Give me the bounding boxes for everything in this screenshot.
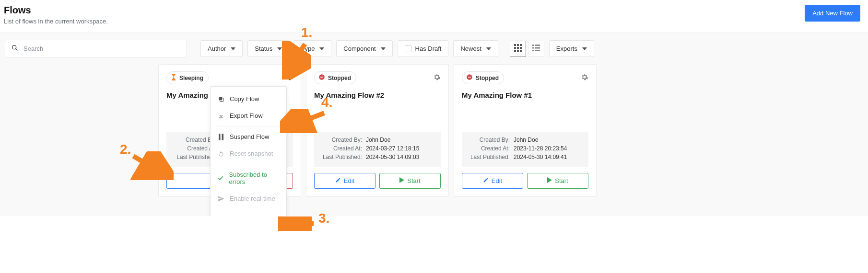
svg-rect-2: [514, 44, 516, 46]
status-badge-stopped: Stopped: [462, 71, 504, 84]
menu-export-flow[interactable]: Export Flow: [211, 107, 286, 124]
stop-icon: [318, 74, 325, 82]
action-button-clipped[interactable]: [286, 173, 293, 189]
svg-point-0: [12, 46, 16, 49]
svg-rect-18: [320, 77, 323, 78]
svg-rect-10: [520, 50, 522, 52]
chevron-down-icon: [582, 47, 587, 50]
stop-icon: [466, 74, 473, 82]
gear-icon[interactable]: [433, 73, 441, 82]
checkbox-icon: [405, 46, 411, 52]
flow-cards-grid: Sleeping My Amazing Flow Created By Crea…: [0, 64, 868, 216]
check-icon: [217, 175, 224, 182]
menu-enable-realtime: Enable real-time: [211, 190, 286, 207]
chevron-down-icon: [319, 47, 324, 50]
pencil-icon: [335, 177, 341, 184]
view-list-button[interactable]: [528, 41, 544, 57]
svg-rect-8: [514, 50, 516, 52]
flow-meta: Created By:John Doe Created At:2023-11-2…: [462, 132, 588, 167]
page-title: Flows: [4, 5, 108, 16]
filter-has-draft[interactable]: Has Draft: [398, 40, 449, 57]
edit-button[interactable]: Edit: [314, 173, 375, 189]
meta-label: Created By:: [468, 136, 514, 143]
edit-button[interactable]: Edit: [462, 173, 523, 189]
svg-rect-4: [520, 44, 522, 46]
meta-label: Created At:: [468, 145, 514, 152]
svg-rect-20: [468, 77, 471, 78]
chevron-down-icon: [277, 47, 282, 50]
grid-icon: [514, 44, 522, 53]
toolbar: Author Status Type Component Has Draft N…: [0, 33, 868, 64]
menu-flow-queues[interactable]: Flow Queues: [211, 211, 286, 216]
search-input[interactable]: [23, 45, 181, 52]
status-badge-sleeping: Sleeping: [166, 71, 209, 84]
meta-value: John Doe: [366, 136, 390, 143]
svg-line-1: [16, 49, 17, 50]
svg-rect-13: [532, 47, 534, 49]
menu-copy-flow[interactable]: Copy Flow: [211, 91, 286, 107]
svg-rect-6: [517, 47, 519, 49]
start-button[interactable]: Start: [379, 173, 441, 189]
gear-icon[interactable]: [581, 73, 588, 82]
svg-rect-7: [520, 47, 522, 49]
svg-rect-11: [532, 45, 534, 46]
flow-title: My Amazing Flow #1: [462, 91, 588, 99]
filter-status[interactable]: Status: [247, 40, 289, 57]
meta-label: Last Published:: [320, 154, 366, 160]
svg-rect-15: [532, 50, 534, 51]
meta-label: Last Published:: [468, 154, 514, 160]
menu-suspend-flow[interactable]: Suspend Flow: [211, 128, 286, 145]
meta-value: John Doe: [514, 136, 538, 143]
view-grid-button[interactable]: [510, 41, 526, 57]
meta-value: 2024-05-30 14:09:03: [366, 154, 419, 160]
play-icon: [399, 177, 404, 184]
page-subtitle: List of flows in the current workspace.: [4, 18, 108, 25]
menu-subscribed-errors[interactable]: Subscribed to errors: [211, 166, 286, 190]
meta-label: Created At:: [320, 145, 366, 152]
pencil-icon: [483, 177, 489, 184]
flow-meta: Created By:John Doe Created At:2024-03-2…: [314, 132, 441, 167]
meta-value: 2023-11-28 20:23:54: [514, 145, 567, 152]
menu-reset-snapshot: Reset snapshot: [211, 145, 286, 162]
svg-rect-9: [517, 50, 519, 52]
svg-rect-16: [535, 50, 540, 51]
meta-value: 2024-03-27 12:18:15: [366, 145, 419, 152]
refresh-icon: [217, 150, 225, 157]
svg-rect-5: [514, 47, 516, 49]
add-new-flow-button[interactable]: Add New Flow: [805, 5, 860, 22]
search-icon: [11, 44, 19, 53]
svg-rect-12: [535, 45, 540, 46]
chevron-down-icon: [486, 47, 491, 50]
search-box[interactable]: [5, 40, 187, 57]
gear-icon[interactable]: [285, 73, 293, 82]
sort-newest[interactable]: Newest: [453, 40, 498, 57]
svg-rect-23: [219, 134, 221, 140]
start-button[interactable]: Start: [527, 173, 588, 189]
flow-settings-menu: Copy Flow Export Flow Suspend Flow Reset…: [210, 86, 287, 216]
copy-icon: [217, 96, 225, 102]
play-icon: [547, 177, 552, 184]
chevron-down-icon: [231, 47, 235, 50]
svg-rect-22: [219, 97, 222, 100]
flow-card: Stopped My Amazing Flow #1 Created By:Jo…: [454, 64, 597, 197]
flow-card: Stopped My Amazing Flow #2 Created By:Jo…: [306, 64, 449, 197]
chevron-down-icon: [381, 47, 386, 50]
svg-rect-14: [535, 47, 540, 49]
meta-label: Created By:: [320, 136, 366, 143]
meta-value: 2024-05-30 14:09:41: [514, 154, 567, 160]
svg-rect-24: [222, 134, 224, 140]
svg-rect-3: [517, 44, 519, 46]
exports-button[interactable]: Exports: [549, 40, 594, 57]
download-icon: [217, 113, 225, 119]
status-badge-stopped: Stopped: [314, 71, 356, 84]
hourglass-icon: [171, 74, 176, 82]
filter-type[interactable]: Type: [294, 40, 331, 57]
pause-icon: [217, 134, 225, 140]
bolt-icon: [217, 195, 225, 202]
filter-author[interactable]: Author: [200, 40, 243, 57]
list-icon: [532, 44, 540, 53]
flow-title: My Amazing Flow #2: [314, 91, 441, 99]
filter-component[interactable]: Component: [336, 40, 392, 57]
